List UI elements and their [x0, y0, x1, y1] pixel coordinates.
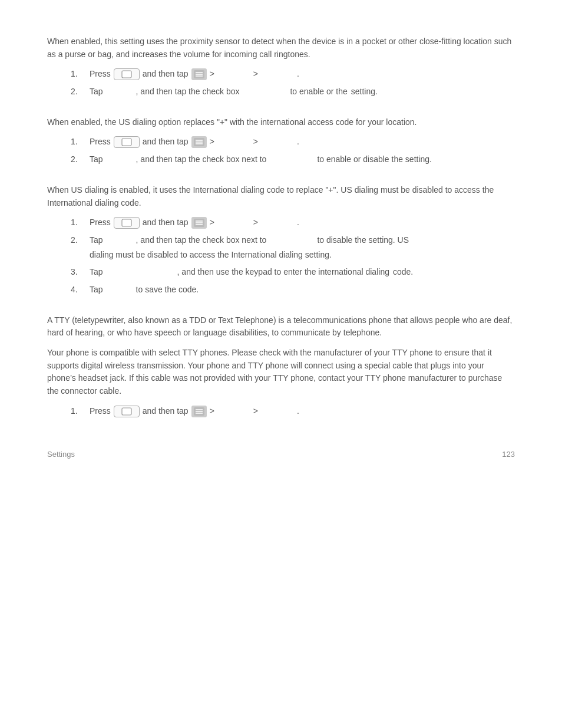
step-3-2: 2. Tap , and then tap the check box next… — [71, 234, 515, 261]
step-content: Tap to save the code. — [90, 284, 199, 297]
menu-icon — [191, 406, 207, 417]
step-content: Tap , and then tap the check box next to… — [90, 153, 432, 166]
tap-label: Tap — [90, 284, 103, 297]
tap-end: to enable or the — [290, 85, 347, 98]
section-intl-dialing: When US dialing is enabled, it uses the … — [47, 184, 515, 297]
and-then-tap: and then tap — [143, 405, 189, 418]
svg-rect-15 — [122, 408, 131, 415]
and-then-tap: and then tap — [143, 216, 189, 229]
menu-icon — [191, 136, 207, 148]
tap-desc: , and then tap the check box next to — [136, 153, 267, 166]
period1: . — [297, 68, 299, 81]
gt2: > — [253, 68, 258, 81]
footer-left: Settings — [47, 450, 75, 459]
step-num: 2. — [71, 85, 85, 98]
tap-desc: , and then tap the check box next to — [136, 234, 267, 247]
tap-label: Tap — [90, 266, 103, 279]
step-1-2: 2. Tap , and then tap the check box to e… — [71, 85, 515, 98]
svg-rect-10 — [122, 219, 131, 226]
step-2-2: 2. Tap , and then tap the check box next… — [71, 153, 515, 166]
press-label: Press — [90, 405, 111, 418]
step-num: 2. — [71, 234, 85, 247]
tap-label: Tap — [90, 85, 103, 98]
press-label: Press — [90, 216, 111, 229]
step-num: 1. — [71, 216, 85, 229]
tap-end2: dialing must be disabled to access the I… — [90, 249, 332, 262]
us-dialing-description: When enabled, the US dialing option repl… — [47, 116, 515, 129]
svg-rect-5 — [122, 139, 131, 146]
step-1-1: 1. Press and then tap — [71, 68, 515, 81]
step-content: Press and then tap — [90, 136, 299, 149]
menu-icon — [191, 217, 207, 229]
tap-end: code. — [393, 266, 413, 279]
press-label: Press — [90, 68, 111, 81]
press-label: Press — [90, 136, 111, 149]
tap-end: to save the code. — [136, 284, 199, 297]
phone-icon — [114, 68, 140, 80]
section-us-dialing: When enabled, the US dialing option repl… — [47, 116, 515, 166]
section-tty: A TTY (teletypewriter, also known as a T… — [47, 314, 515, 418]
gt1: > — [210, 136, 214, 149]
intl-dialing-steps: 1. Press and then tap — [71, 216, 515, 296]
step-content: Tap , and then use the keypad to enter t… — [90, 266, 413, 279]
gt2: > — [253, 136, 258, 149]
step-num: 1. — [71, 405, 85, 418]
step-num: 2. — [71, 153, 85, 166]
tap-end1: to disable the setting. US — [317, 234, 409, 247]
menu-icon — [191, 68, 207, 80]
footer: Settings 123 — [47, 450, 515, 459]
phone-icon — [114, 217, 140, 229]
gt2: > — [253, 405, 258, 418]
step-4-1: 1. Press and then tap — [71, 405, 515, 418]
tap-end: to enable or disable the setting. — [317, 153, 432, 166]
tap-desc: , and then tap the check box — [136, 85, 240, 98]
period1: . — [297, 405, 299, 418]
period1: . — [297, 216, 299, 229]
footer-right: 123 — [502, 450, 515, 459]
gt2: > — [253, 216, 258, 229]
step-3-3: 3. Tap , and then use the keypad to ente… — [71, 266, 515, 279]
setting-label: setting. — [351, 85, 378, 98]
tap-label: Tap — [90, 153, 103, 166]
pocket-sensor-description: When enabled, this setting uses the prox… — [47, 35, 515, 61]
step-3-1: 1. Press and then tap — [71, 216, 515, 229]
gt1: > — [210, 216, 214, 229]
step-content: Press and then tap — [90, 68, 299, 81]
intl-dialing-description: When US dialing is enabled, it uses the … — [47, 184, 515, 209]
and-then-tap: and then tap — [143, 136, 189, 149]
step-content: Tap , and then tap the check box to enab… — [90, 85, 378, 98]
step-num: 1. — [71, 136, 85, 149]
pocket-sensor-steps: 1. Press and then tap — [71, 68, 515, 98]
page: When enabled, this setting uses the prox… — [0, 0, 562, 482]
step-num: 4. — [71, 284, 85, 297]
gt1: > — [210, 405, 214, 418]
step-content: Press and then tap — [90, 405, 299, 418]
period1: . — [297, 136, 299, 149]
step-2-1: 1. Press and then tap — [71, 136, 515, 149]
section-pocket-sensor: When enabled, this setting uses the prox… — [47, 35, 515, 98]
step-content: Tap , and then tap the check box next to… — [90, 234, 515, 261]
phone-icon — [114, 136, 140, 148]
tty-steps: 1. Press and then tap — [71, 405, 515, 418]
tty-description-1: A TTY (teletypewriter, also known as a T… — [47, 314, 515, 340]
tap-desc: , and then use the keypad to enter the i… — [177, 266, 389, 279]
step-3-4: 4. Tap to save the code. — [71, 284, 515, 297]
phone-icon — [114, 406, 140, 417]
step-num: 3. — [71, 266, 85, 279]
step-num: 1. — [71, 68, 85, 81]
tap-label: Tap — [90, 234, 103, 247]
gt1: > — [210, 68, 214, 81]
and-then-tap: and then tap — [143, 68, 189, 81]
us-dialing-steps: 1. Press and then tap — [71, 136, 515, 166]
tty-description-2: Your phone is compatible with select TTY… — [47, 347, 515, 398]
svg-rect-0 — [122, 71, 131, 78]
step-content: Press and then tap — [90, 216, 299, 229]
